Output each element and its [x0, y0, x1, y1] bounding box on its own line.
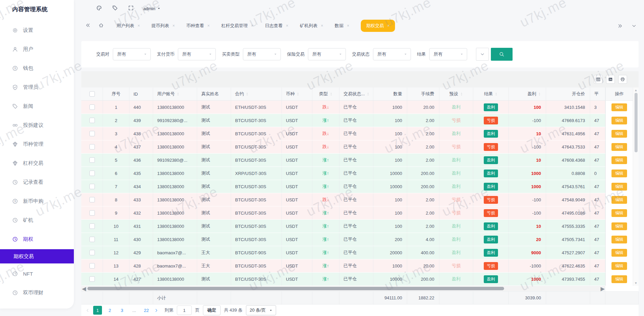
sidebar-item[interactable]: 记录查看 [0, 173, 74, 192]
sidebar-item[interactable]: 期权 [0, 230, 74, 249]
col-header-coin[interactable]: 币种 [282, 87, 312, 100]
edit-button[interactable]: 编辑 [611, 103, 627, 111]
tab-close-icon[interactable]: × [251, 23, 253, 28]
page-prev-icon[interactable] [85, 308, 90, 313]
row-checkbox[interactable] [89, 263, 95, 269]
page-button-1[interactable]: 1 [93, 306, 102, 315]
col-header-preset[interactable]: 预设 [439, 87, 473, 100]
vertical-scroll-thumb[interactable] [635, 93, 638, 152]
row-checkbox[interactable] [89, 197, 95, 202]
edit-button[interactable]: 编辑 [611, 275, 627, 283]
tab-币种查看[interactable]: 币种查看× [186, 23, 210, 29]
col-header-contract[interactable]: 合约 [231, 87, 282, 100]
tag-icon[interactable] [112, 5, 118, 11]
tab-矿机列表[interactable]: 矿机列表× [300, 23, 323, 29]
grid-button[interactable] [594, 75, 603, 84]
scroll-up-icon[interactable]: ▲ [633, 88, 639, 93]
export-button[interactable] [606, 75, 615, 84]
tab-期权交易[interactable]: 期权交易× [361, 20, 395, 32]
page-button-22[interactable]: 22 [142, 306, 151, 315]
page-next-icon[interactable] [154, 308, 159, 313]
sort-caret-icon[interactable] [495, 93, 498, 96]
vertical-scrollbar[interactable]: ▲ ▼ [633, 87, 639, 286]
edit-button[interactable]: 编辑 [611, 183, 627, 191]
page-button-3[interactable]: 3 [118, 306, 126, 315]
col-header-account[interactable]: 用户账号 [153, 87, 197, 100]
tab-close-icon[interactable]: × [172, 23, 175, 28]
tab-数据[interactable]: 数据× [335, 23, 349, 29]
edit-button[interactable]: 编辑 [611, 262, 627, 270]
row-checkbox[interactable] [89, 223, 95, 229]
col-header-profit[interactable]: 盈利 [509, 87, 546, 100]
col-header-type[interactable]: 类型 [312, 87, 339, 100]
tab-close-icon[interactable]: × [207, 23, 210, 28]
edit-button[interactable]: 编辑 [611, 117, 627, 124]
row-checkbox[interactable] [89, 118, 95, 123]
edit-button[interactable]: 编辑 [611, 222, 627, 230]
sort-caret-icon[interactable] [330, 93, 333, 96]
tab-close-icon[interactable]: × [138, 23, 140, 28]
tab-提币列表[interactable]: 提币列表× [151, 23, 175, 29]
edit-button[interactable]: 编辑 [611, 130, 627, 138]
expand-icon[interactable] [128, 5, 134, 11]
filter-select[interactable]: 所有 [113, 48, 151, 60]
sidebar-item[interactable]: 设置 [0, 21, 74, 40]
row-checkbox[interactable] [89, 250, 95, 255]
sort-caret-icon[interactable] [367, 93, 370, 96]
row-checkbox[interactable] [89, 237, 95, 242]
search-button[interactable] [491, 48, 513, 61]
tab-close-icon[interactable]: × [286, 23, 288, 28]
filter-select[interactable]: 所有 [373, 48, 411, 60]
row-checkbox[interactable] [89, 171, 95, 176]
horizontal-scrollbar[interactable]: ◀ ▶ [81, 286, 605, 291]
tab-close-icon[interactable]: × [321, 23, 323, 28]
palette-icon[interactable] [96, 5, 102, 11]
select-all-checkbox[interactable] [89, 91, 95, 97]
edit-button[interactable]: 编辑 [611, 196, 627, 204]
sort-caret-icon[interactable] [538, 93, 541, 96]
chevrons-right-icon[interactable] [618, 23, 623, 28]
row-checkbox[interactable] [89, 276, 95, 282]
sort-caret-icon[interactable] [176, 93, 180, 96]
tab-用户列表[interactable]: 用户列表× [117, 23, 140, 29]
col-header-status[interactable]: 交易状态... [339, 87, 373, 100]
tab-杠杆交易管理[interactable]: 杠杆交易管理× [221, 23, 253, 29]
sidebar-item[interactable]: 矿机 [0, 211, 74, 230]
edit-button[interactable]: 编辑 [611, 143, 627, 151]
row-checkbox[interactable] [89, 210, 95, 216]
row-checkbox[interactable] [89, 184, 95, 189]
user-menu[interactable]: admin [143, 6, 161, 11]
sidebar-item[interactable]: 双币理财 [0, 283, 74, 302]
edit-button[interactable]: 编辑 [611, 249, 627, 257]
row-checkbox[interactable] [89, 144, 95, 150]
row-checkbox[interactable] [89, 157, 95, 163]
row-checkbox[interactable] [89, 131, 95, 136]
sidebar-item[interactable]: 管理员 [0, 78, 74, 97]
scroll-left-icon[interactable]: ◀ [81, 286, 87, 291]
page-button-2[interactable]: 2 [105, 306, 114, 315]
scroll-right-icon[interactable]: ▶ [600, 286, 605, 291]
chevrons-left-icon[interactable] [85, 23, 90, 28]
sort-caret-icon[interactable] [246, 93, 249, 96]
edit-button[interactable]: 编辑 [611, 156, 627, 164]
home-icon[interactable] [99, 23, 104, 28]
chevron-down-icon[interactable] [631, 23, 637, 28]
filter-select[interactable]: 所有 [429, 48, 467, 60]
filter-select[interactable]: 所有 [243, 48, 281, 60]
sidebar-item[interactable]: 杠杆交易 [0, 154, 74, 173]
sidebar-item[interactable]: 用户 [0, 40, 74, 59]
filter-select[interactable]: 所有 [308, 48, 346, 60]
edit-button[interactable]: 编辑 [611, 209, 627, 217]
per-page-select[interactable]: 20 条/页 [246, 305, 276, 315]
tab-close-icon[interactable]: × [387, 23, 390, 28]
sidebar-submenu-item-active[interactable]: 期权交易 [0, 249, 74, 263]
edit-button[interactable]: 编辑 [611, 236, 627, 243]
sort-caret-icon[interactable] [460, 93, 463, 96]
print-button[interactable] [618, 75, 627, 84]
horizontal-scroll-thumb[interactable] [87, 287, 504, 290]
confirm-button[interactable]: 确定 [203, 305, 221, 315]
tab-日志查看[interactable]: 日志查看× [265, 23, 288, 29]
filter-select[interactable]: 所有 [178, 48, 216, 60]
goto-page-input[interactable] [177, 305, 192, 315]
col-header-result[interactable]: 结果 [473, 87, 509, 100]
